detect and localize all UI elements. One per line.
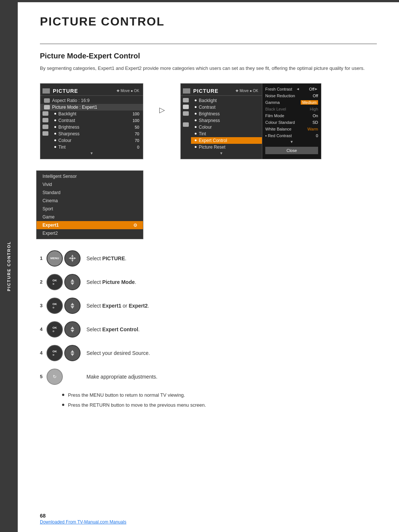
- film-mode-value: On: [303, 113, 318, 118]
- step-3-nav-btn[interactable]: [64, 298, 81, 314]
- nav-up: [71, 255, 74, 257]
- step-5-num: 5: [40, 374, 45, 379]
- gamma-value: Medium: [301, 100, 318, 105]
- dropdown-panel: Intelligent Sensor Vivid Standard Cinema…: [36, 170, 143, 239]
- backlight-row: Backlight 100: [51, 111, 143, 117]
- sharpness-value: 70: [135, 132, 139, 136]
- sub-fresh-contrast: Fresh Contrast ◄ Off ►: [262, 86, 321, 92]
- up-arrow-3: [71, 303, 74, 305]
- nav-updown-4b: [71, 350, 74, 356]
- nav-center: [71, 257, 74, 260]
- step-1-menu-btn[interactable]: MENU: [47, 250, 63, 267]
- dropdown-cinema: Cinema: [37, 197, 143, 205]
- arrow-divider: ▷: [154, 105, 169, 114]
- sub-black-level: Black Level High: [262, 106, 321, 112]
- menu-label: MENU: [50, 257, 59, 260]
- right-colour-label: Colour: [199, 125, 258, 130]
- scroll-icon: ↻: [53, 374, 57, 379]
- brightness-label: Brightness: [58, 125, 135, 130]
- noise-reduction-label: Noise Reduction: [265, 94, 303, 98]
- right-tint-label: Tint: [199, 131, 258, 136]
- gamma-label: Gamma: [265, 100, 301, 105]
- step-2-ok-btn[interactable]: OK⊙: [47, 274, 63, 290]
- step-3-ok-btn[interactable]: OK⊙: [47, 298, 63, 314]
- aspect-ratio-label: Aspect Ratio : 16:9: [52, 98, 139, 103]
- right-dot-brightness: [195, 113, 197, 115]
- footer-link[interactable]: Downloaded From TV-Manual.com Manuals: [40, 519, 377, 525]
- page-number: 68: [40, 513, 377, 519]
- tint-value: 0: [137, 145, 139, 149]
- step-4b-row: 4 OK⊙ Select your desired Source.: [40, 345, 377, 361]
- nav-updown: [71, 279, 74, 285]
- top-line: [18, 0, 399, 2]
- left-panel-nav: ❖ Move ● OK: [116, 89, 139, 93]
- sharpness-label: Sharpness: [58, 131, 135, 136]
- left-panel-container: PICTURE ❖ Move ● OK Aspect Ratio : 16:9 …: [40, 83, 143, 239]
- sub-scroll-indicator: ▼: [262, 139, 321, 145]
- step-3-text: Select Expert1 or Expert2.: [86, 303, 149, 309]
- step-4b-icons: 4 OK⊙: [40, 345, 81, 361]
- film-mode-label: Film Mode: [265, 113, 303, 118]
- picture-mode-icon: [44, 105, 50, 109]
- black-level-label: Black Level: [265, 107, 303, 111]
- contrast-label: Contrast: [58, 118, 133, 123]
- right-scroll-indicator: ▼: [181, 150, 262, 156]
- step-4a-nav-btn[interactable]: [64, 321, 81, 338]
- right-picture-reset-row: Picture Reset: [191, 144, 262, 150]
- right-backlight-row: Backlight: [191, 97, 262, 104]
- sharpness-row: Sharpness 70: [51, 131, 143, 137]
- down-arrow-4a: [71, 330, 74, 332]
- step-4a-num: 4: [40, 326, 45, 332]
- right-tv-icon: [183, 88, 190, 94]
- note-1-dot: [62, 394, 64, 396]
- right-dot-sharpness: [195, 119, 197, 121]
- sub-white-balance: White Balance Warm: [262, 126, 321, 132]
- menu-items: Backlight 100 Contrast 100 Brightness 50: [51, 111, 143, 150]
- right-sharpness-row: Sharpness: [191, 117, 262, 124]
- section-title: Picture Mode-Expert Control: [40, 52, 377, 60]
- step-4b-text: Select your desired Source.: [86, 350, 150, 356]
- contrast-value: 100: [133, 118, 139, 123]
- white-balance-label: White Balance: [265, 127, 303, 131]
- step-5-scroll-btn[interactable]: ↻: [47, 369, 63, 385]
- right-colour-row: Colour: [191, 124, 262, 131]
- step-1-text: Select PICTURE.: [86, 255, 126, 261]
- backlight-label: Backlight: [58, 111, 133, 116]
- footer: 68 Downloaded From TV-Manual.com Manuals: [18, 513, 399, 525]
- step-4a-ok-btn[interactable]: OK⊙: [47, 321, 63, 338]
- down-arrow-3: [71, 306, 74, 309]
- up-arrow-4b: [71, 350, 74, 353]
- section-description: By segmenting categories, Expert1 and Ex…: [40, 65, 377, 72]
- main-content: PICTURE CONTROL Picture Mode-Expert Cont…: [18, 0, 399, 427]
- left-panel-title: PICTURE: [53, 88, 116, 94]
- close-button[interactable]: Close: [265, 147, 318, 154]
- colour-row: Colour 70: [51, 137, 143, 144]
- right-panel-header: PICTURE ❖ Move ● OK: [181, 87, 262, 96]
- step-4a-text: Select Expert Control.: [86, 326, 140, 332]
- right-panel-items-container: Backlight Contrast Brightness Sharp: [183, 97, 262, 150]
- brightness-row: Brightness 50: [51, 124, 143, 131]
- step-4a-row: 4 OK⊙ Select Expert Control.: [40, 321, 377, 338]
- ok-label-4a: OK⊙: [52, 326, 57, 333]
- page-title: PICTURE CONTROL: [40, 15, 377, 28]
- nav-updown-4a: [71, 326, 74, 332]
- step-2-nav-btn[interactable]: [64, 274, 81, 290]
- scroll-down-indicator: ▼: [40, 150, 143, 156]
- right-dot-contrast: [195, 106, 197, 108]
- settings-icon: [44, 98, 50, 103]
- step-4a-icons: 4 OK⊙: [40, 321, 81, 338]
- right-panel-title: PICTURE: [193, 88, 235, 94]
- step-4b-nav-btn[interactable]: [64, 345, 81, 361]
- tv-icon: [42, 88, 50, 94]
- left-arrow-icon: ◄: [296, 87, 300, 91]
- sidebar-label: PICTURE CONTROL: [7, 241, 11, 291]
- down-arrow: [71, 282, 74, 285]
- dropdown-intelligent-sensor: Intelligent Sensor: [37, 172, 143, 180]
- step-4b-ok-btn[interactable]: OK⊙: [47, 345, 63, 361]
- step-3-row: 3 OK⊙ Select Expert1 or Expert2.: [40, 298, 377, 314]
- step-4b-num: 4: [40, 350, 45, 356]
- red-contrast-label: • Red Contrast: [265, 133, 303, 138]
- note-2-text: Press the RETURN button to move to the p…: [68, 402, 206, 408]
- step-2-num: 2: [40, 279, 45, 285]
- step-1-nav-btn[interactable]: [64, 250, 81, 267]
